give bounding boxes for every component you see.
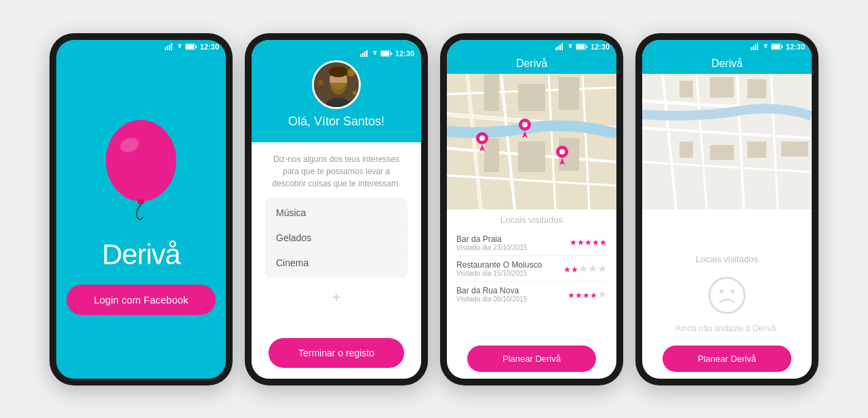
- battery-icon-2: [380, 50, 393, 57]
- map-svg-3: [447, 74, 616, 209]
- svg-rect-1: [167, 46, 168, 50]
- svg-point-9: [138, 199, 144, 205]
- map-view-3[interactable]: [447, 74, 616, 209]
- wifi-icon-3: [567, 43, 574, 50]
- place-name-2: Restaurante O Molusco: [456, 260, 542, 270]
- place-name-1: Bar da Praia: [456, 234, 527, 244]
- status-icons-2: [360, 50, 393, 57]
- wifi-icon: [176, 43, 183, 50]
- place-date-3: Visitado dia 08/10/2015: [456, 295, 527, 303]
- svg-point-78: [730, 289, 734, 293]
- interest-cinema[interactable]: Cinema: [265, 251, 408, 275]
- svg-rect-42: [484, 74, 499, 111]
- profile-header: 12:30: [252, 40, 421, 142]
- svg-rect-11: [362, 53, 363, 57]
- profile-screen: 12:30: [252, 40, 421, 379]
- svg-rect-25: [557, 46, 559, 50]
- phones-container: 12:30 Derivå Login com Fac: [36, 20, 832, 399]
- map-empty-screen: 12:30 Derivå: [642, 40, 812, 379]
- balloon-icon: [97, 117, 185, 225]
- interest-musica[interactable]: Música: [265, 201, 408, 226]
- place-rua-nova: Bar da Rua Nova Visitado dia 08/10/2015 …: [456, 282, 607, 307]
- plan-button-3[interactable]: Planear Derivå: [467, 346, 596, 372]
- time-1: 12:30: [200, 43, 219, 51]
- svg-point-49: [479, 135, 485, 141]
- svg-rect-75: [781, 142, 808, 156]
- stars-3: ★★★★★: [568, 288, 607, 301]
- svg-point-76: [709, 278, 745, 313]
- login-content: Derivå Login com Facebook: [56, 54, 226, 379]
- status-bar-1: 12:30: [56, 40, 226, 54]
- place-molusco: Restaurante O Molusco Visitado dia 15/10…: [456, 256, 607, 282]
- visited-title-3: Locais visitados: [456, 215, 607, 225]
- svg-rect-26: [559, 45, 561, 50]
- svg-point-53: [559, 149, 565, 154]
- svg-rect-73: [710, 145, 734, 160]
- svg-rect-3: [171, 43, 172, 50]
- wifi-icon-2: [372, 50, 378, 57]
- interests-description: Diz-nos alguns dos teus interesses para …: [265, 153, 408, 190]
- svg-rect-69: [679, 81, 693, 98]
- svg-rect-59: [772, 45, 780, 49]
- svg-rect-71: [747, 79, 766, 98]
- svg-rect-60: [781, 45, 783, 47]
- empty-message-4: Ainda não andaste à Derivå.: [675, 324, 778, 333]
- avatar-image: [314, 62, 361, 109]
- svg-rect-24: [555, 47, 557, 50]
- svg-rect-0: [165, 47, 166, 50]
- svg-rect-43: [518, 84, 545, 111]
- svg-rect-72: [679, 142, 693, 158]
- svg-point-23: [353, 91, 357, 95]
- user-avatar: [312, 60, 361, 109]
- phone-login: 12:30 Derivå Login com Fac: [50, 33, 233, 385]
- sad-face-icon: [708, 276, 746, 317]
- map-svg-4: [642, 74, 812, 209]
- wifi-icon-4: [762, 43, 769, 50]
- login-screen: 12:30 Derivå Login com Fac: [56, 40, 226, 379]
- signal-icon-2: [360, 50, 370, 57]
- time-4: 12:30: [786, 43, 805, 51]
- svg-rect-6: [195, 45, 197, 47]
- svg-rect-56: [755, 45, 756, 50]
- svg-point-20: [329, 66, 348, 77]
- svg-rect-45: [484, 138, 499, 172]
- svg-rect-44: [559, 77, 579, 110]
- svg-rect-13: [366, 50, 368, 57]
- battery-icon-4: [771, 43, 783, 50]
- svg-rect-16: [391, 52, 392, 54]
- svg-point-7: [106, 120, 176, 201]
- balloon-container: [97, 117, 185, 225]
- place-date-2: Visitado dia 15/10/2015: [456, 270, 542, 277]
- svg-point-51: [522, 122, 528, 127]
- svg-rect-10: [360, 54, 361, 57]
- profile-body: Diz-nos alguns dos teus interesses para …: [252, 142, 421, 379]
- phone-map-empty: 12:30 Derivå: [635, 33, 818, 385]
- status-icons-1: [165, 43, 197, 50]
- svg-point-22: [318, 80, 323, 85]
- map-view-4[interactable]: [642, 74, 812, 209]
- facebook-login-button[interactable]: Login com Facebook: [66, 285, 216, 315]
- signal-icon: [165, 43, 174, 50]
- interest-gelados[interactable]: Gelados: [265, 226, 408, 251]
- svg-rect-12: [364, 51, 366, 57]
- signal-icon-3: [555, 43, 565, 50]
- svg-rect-2: [169, 45, 170, 50]
- svg-rect-5: [186, 45, 194, 49]
- status-icons-3: [555, 43, 588, 50]
- map-app-title-4: Derivå: [642, 54, 812, 74]
- add-interest-button[interactable]: +: [332, 289, 341, 306]
- svg-rect-27: [561, 43, 563, 50]
- svg-rect-30: [586, 45, 587, 47]
- place-date-1: Visitado dia 23/10/2015: [456, 244, 527, 251]
- svg-rect-55: [753, 46, 754, 50]
- register-button[interactable]: Terminar o registo: [269, 338, 404, 368]
- status-bar-4: 12:30: [642, 40, 812, 54]
- time-3: 12:30: [591, 43, 610, 51]
- time-2: 12:30: [395, 49, 414, 58]
- plan-button-4[interactable]: Planear Derivå: [663, 346, 791, 372]
- svg-rect-15: [381, 51, 389, 56]
- place-bar-praia: Bar da Praia Visitado dia 23/10/2015 ★★★…: [456, 230, 607, 256]
- status-bar-2: 12:30: [252, 47, 421, 60]
- svg-rect-29: [576, 45, 585, 49]
- interests-list: Música Gelados Cinema: [265, 198, 408, 278]
